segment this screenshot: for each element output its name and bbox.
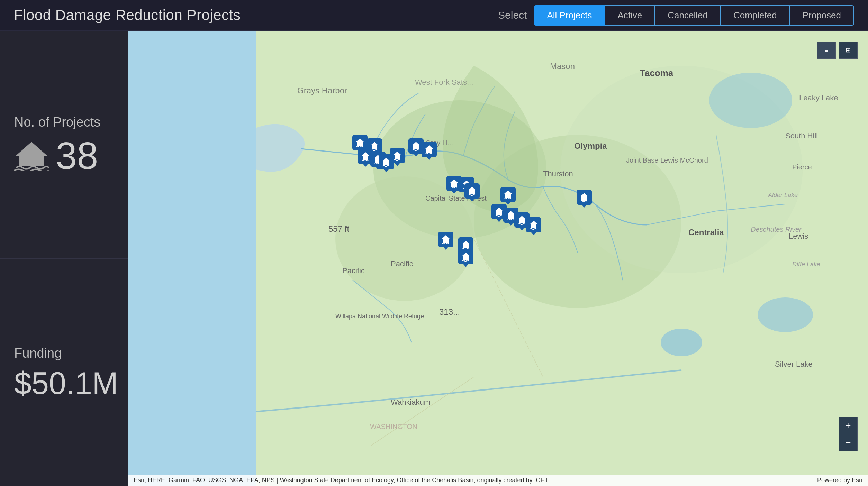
map-marker-12[interactable] — [500, 187, 516, 202]
svg-point-8 — [709, 73, 792, 128]
filter-cancelled[interactable]: Cancelled — [655, 5, 721, 26]
svg-text:Grays Harbor: Grays Harbor — [297, 86, 347, 95]
svg-text:557 ft: 557 ft — [328, 224, 349, 233]
svg-text:WASHINGTON: WASHINGTON — [370, 423, 417, 430]
svg-marker-0 — [16, 142, 47, 166]
zoom-in-button[interactable]: + — [839, 417, 858, 434]
map-marker-17[interactable] — [577, 190, 592, 205]
map-marker-11[interactable] — [464, 183, 480, 199]
zoom-controls: + − — [839, 417, 858, 451]
projects-card: No. of Projects 38 — [0, 31, 128, 259]
svg-text:Deschutes River: Deschutes River — [751, 226, 802, 233]
filter-proposed[interactable]: Proposed — [790, 5, 854, 26]
attribution-left: Esri, HERE, Garmin, FAO, USGS, NGA, EPA,… — [134, 477, 553, 484]
svg-text:Willapa National Wildlife Refu: Willapa National Wildlife Refuge — [335, 313, 424, 320]
flood-icon — [14, 140, 49, 171]
svg-text:Alder Lake: Alder Lake — [768, 192, 798, 199]
svg-text:Wahkiakum: Wahkiakum — [391, 398, 430, 406]
map-marker-7[interactable] — [422, 142, 437, 157]
map-view-controls: ≡ ⊞ — [817, 42, 858, 59]
svg-text:Olympia: Olympia — [574, 141, 607, 150]
funding-value-row: $50.1M — [14, 368, 118, 399]
map-marker-18[interactable] — [438, 232, 453, 247]
list-view-icon: ≡ — [824, 47, 828, 54]
map-attribution: Esri, HERE, Garmin, FAO, USGS, NGA, EPA,… — [128, 475, 868, 486]
select-label: Select — [498, 9, 527, 21]
svg-text:313...: 313... — [439, 307, 460, 317]
funding-value: $50.1M — [14, 368, 118, 399]
svg-text:Centralia: Centralia — [688, 228, 724, 237]
svg-text:West Fork Sats...: West Fork Sats... — [415, 78, 473, 86]
map-area[interactable]: Grays Harbor West Fork Sats... Mason Tac… — [128, 31, 868, 486]
map-marker-1[interactable] — [352, 135, 368, 150]
svg-text:Riffe Lake: Riffe Lake — [792, 261, 820, 268]
attribution-right: Powered by Esri — [817, 477, 862, 484]
filter-active[interactable]: Active — [605, 5, 655, 26]
filter-completed[interactable]: Completed — [721, 5, 790, 26]
svg-text:Pacific: Pacific — [391, 259, 413, 268]
grid-view-icon: ⊞ — [846, 46, 851, 54]
app-title: Flood Damage Reduction Projects — [14, 7, 241, 24]
projects-value-row: 38 — [14, 137, 98, 175]
svg-point-6 — [661, 329, 702, 356]
grid-view-button[interactable]: ⊞ — [839, 42, 858, 59]
filter-all-projects[interactable]: All Projects — [534, 5, 605, 26]
funding-card: Funding $50.1M — [0, 259, 128, 486]
main-content: No. of Projects 38 Funding $50.1M — [0, 31, 868, 486]
list-view-button[interactable]: ≡ — [817, 42, 836, 59]
svg-text:Silver Lake: Silver Lake — [775, 360, 813, 368]
map-svg: Grays Harbor West Fork Sats... Mason Tac… — [128, 31, 868, 486]
svg-text:Tacoma: Tacoma — [640, 68, 673, 78]
svg-text:Leaky Lake: Leaky Lake — [799, 93, 838, 102]
svg-text:Mason: Mason — [550, 62, 575, 71]
svg-text:Thurston: Thurston — [543, 169, 573, 178]
header: Flood Damage Reduction Projects Select A… — [0, 0, 868, 31]
map-marker-20[interactable] — [458, 249, 473, 264]
svg-text:South Hill: South Hill — [785, 131, 818, 140]
svg-text:Pacific: Pacific — [342, 266, 365, 275]
projects-label: No. of Projects — [14, 115, 100, 130]
svg-text:Joint Base Lewis McChord: Joint Base Lewis McChord — [626, 156, 708, 164]
filter-buttons: All Projects Active Cancelled Completed … — [534, 5, 854, 26]
funding-label: Funding — [14, 346, 62, 361]
map-marker-8[interactable] — [390, 148, 405, 163]
header-right: Select All Projects Active Cancelled Com… — [498, 5, 854, 26]
projects-count: 38 — [56, 137, 98, 175]
svg-point-7 — [758, 297, 813, 332]
zoom-out-button[interactable]: − — [839, 434, 858, 451]
map-marker-16[interactable] — [526, 217, 541, 232]
svg-text:Pierce: Pierce — [792, 163, 812, 171]
sidebar: No. of Projects 38 Funding $50.1M — [0, 31, 128, 486]
